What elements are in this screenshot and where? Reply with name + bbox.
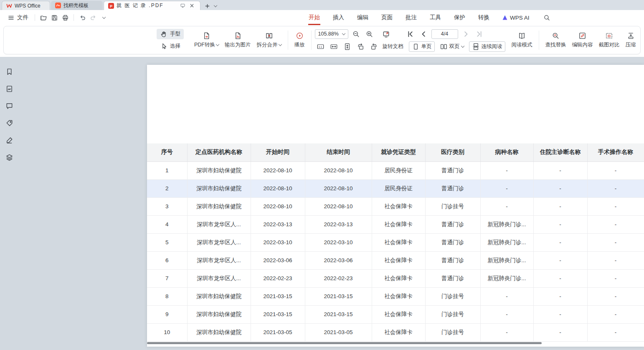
hand-icon <box>160 30 168 38</box>
word-translate-button[interactable]: 划词翻译 <box>641 41 644 51</box>
continuous-reading-button[interactable]: 连续阅读 <box>469 41 505 52</box>
tab-document[interactable]: P 就 医 记 录 .PDF <box>104 1 200 10</box>
undo-button[interactable] <box>77 12 88 23</box>
find-replace-button[interactable]: 查找替换 <box>543 28 569 52</box>
undo-history-chevron-button[interactable] <box>99 12 109 23</box>
rotate-left-button[interactable] <box>355 41 366 52</box>
export-image-icon <box>234 32 242 40</box>
menu-tab-转换[interactable]: 转换 <box>478 10 490 25</box>
comment-panel-button[interactable] <box>4 100 15 112</box>
table-cell: 普通门诊 <box>425 269 480 287</box>
reading-mode-button[interactable]: 阅读模式 <box>509 28 535 52</box>
rotate-document-button[interactable]: 旋转文档 <box>382 43 404 50</box>
select-tool-button[interactable]: 选择 <box>157 41 184 51</box>
fit-width-button[interactable] <box>328 41 340 52</box>
close-tab-button[interactable] <box>188 2 196 10</box>
last-page-button[interactable] <box>474 29 485 39</box>
hand-tool-button[interactable]: 手型 <box>157 29 184 39</box>
menu-tab-批注[interactable]: 批注 <box>405 10 417 25</box>
prev-page-button[interactable] <box>418 29 429 39</box>
table-cell: - <box>587 197 644 215</box>
wps-pdf-window: WPS Office 找稻壳模板 P 就 医 记 录 .PDF 文件 <box>0 0 644 350</box>
rotate-right-button[interactable] <box>368 41 380 52</box>
play-button[interactable]: 播放 <box>292 28 308 52</box>
table-cell: 普通门诊 <box>425 215 480 233</box>
table-cell: 2022-08-10 <box>251 179 305 197</box>
pdf-convert-icon <box>203 32 210 40</box>
open-file-button[interactable] <box>38 12 49 23</box>
screenshot-compare-label: 截图对比 <box>599 41 620 49</box>
undo-icon <box>79 14 86 21</box>
save-button[interactable] <box>49 12 60 23</box>
table-cell: - <box>533 323 587 341</box>
menu-tab-保护[interactable]: 保护 <box>454 10 466 25</box>
table-cell: - <box>533 179 587 197</box>
thumbnail-panel-button[interactable] <box>4 83 15 95</box>
single-page-button[interactable]: 单页 <box>409 41 435 52</box>
pdf-convert-button[interactable]: PDF转换 <box>191 28 222 52</box>
redo-icon <box>90 14 97 21</box>
fit-window-icon <box>382 30 390 38</box>
zoom-out-button[interactable] <box>350 29 362 39</box>
tab-docer-templates[interactable]: 找稻壳模板 <box>51 1 103 10</box>
table-header-cell: 就诊凭证类型 <box>372 143 425 161</box>
menu-tab-插入[interactable]: 插入 <box>332 10 345 25</box>
table-header-cell: 住院主诊断名称 <box>533 143 587 161</box>
table-cell: - <box>533 269 587 287</box>
table-cell: - <box>480 197 533 215</box>
table-cell: - <box>480 323 533 341</box>
docer-icon <box>55 3 61 8</box>
tab-wps-home[interactable]: WPS Office <box>2 1 50 10</box>
play-icon <box>296 32 304 40</box>
menu-tab-页面[interactable]: 页面 <box>381 10 393 25</box>
select-tool-label: 选择 <box>170 43 180 50</box>
wps-ai-label: WPS AI <box>510 15 530 21</box>
zoom-in-icon <box>365 30 373 38</box>
table-cell: 2021-03-15 <box>305 287 372 305</box>
page-number-input[interactable] <box>431 29 458 39</box>
table-cell: 社会保障卡 <box>372 269 425 287</box>
edit-content-label: 编辑内容 <box>572 41 593 49</box>
table-cell: 深圳市龙华区人... <box>187 233 251 251</box>
divider <box>74 14 74 21</box>
full-text-translate-button[interactable]: 全文翻译 <box>641 29 644 39</box>
zoom-in-button[interactable] <box>364 29 375 39</box>
svg-text:P: P <box>110 4 112 8</box>
edit-content-button[interactable]: 编辑内容 <box>569 28 596 52</box>
table-body: 1深圳市妇幼保健院2022-08-102022-08-10居民身份证普通门诊--… <box>147 161 644 341</box>
divider <box>311 31 312 50</box>
menu-tab-工具[interactable]: 工具 <box>429 10 441 25</box>
fit-page-button[interactable] <box>342 41 353 52</box>
table-cell: 2022-03-10 <box>251 233 305 251</box>
signature-panel-button[interactable] <box>4 135 15 146</box>
table-cell: 10 <box>147 323 187 341</box>
layers-panel-button[interactable] <box>4 152 15 163</box>
menu-search-button[interactable] <box>542 12 553 23</box>
new-tab-button[interactable] <box>203 2 211 10</box>
file-menu-button[interactable]: 文件 <box>4 12 32 23</box>
split-merge-button[interactable]: 拆分合并 <box>254 28 284 52</box>
print-button[interactable] <box>60 12 71 23</box>
bookmark-panel-button[interactable] <box>4 66 15 77</box>
fit-window-button[interactable] <box>380 29 392 39</box>
actual-size-icon: 1:1 <box>317 43 325 51</box>
zoom-level-select[interactable]: 105.88% <box>315 29 348 39</box>
compress-button[interactable]: 压缩 <box>623 28 639 52</box>
actual-size-button[interactable]: 1:1 <box>315 41 326 52</box>
screenshot-compare-button[interactable]: 截图对比 <box>596 28 623 52</box>
menu-tab-开始[interactable]: 开始 <box>308 10 320 25</box>
annotation-panel-button[interactable] <box>4 118 15 129</box>
horizontal-scrollbar-thumb[interactable] <box>147 342 542 344</box>
redo-button[interactable] <box>88 12 99 23</box>
table-cell: 门诊挂号 <box>425 305 480 323</box>
next-page-button[interactable] <box>460 29 472 39</box>
workspace: 序号定点医药机构名称开始时间结束时间就诊凭证类型医疗类别病种名称住院主诊断名称手… <box>0 57 644 350</box>
menu-tab-编辑[interactable]: 编辑 <box>357 10 369 25</box>
export-image-button[interactable]: 输出为图片 <box>222 28 254 52</box>
chevron-down-icon <box>214 3 217 7</box>
double-page-button[interactable]: 双页 <box>437 41 467 52</box>
tab-list-chevron-button[interactable] <box>211 2 220 10</box>
table-cell: 2021-03-15 <box>251 305 305 323</box>
first-page-button[interactable] <box>405 29 416 39</box>
wps-ai-button[interactable]: WPS AI <box>502 15 530 21</box>
